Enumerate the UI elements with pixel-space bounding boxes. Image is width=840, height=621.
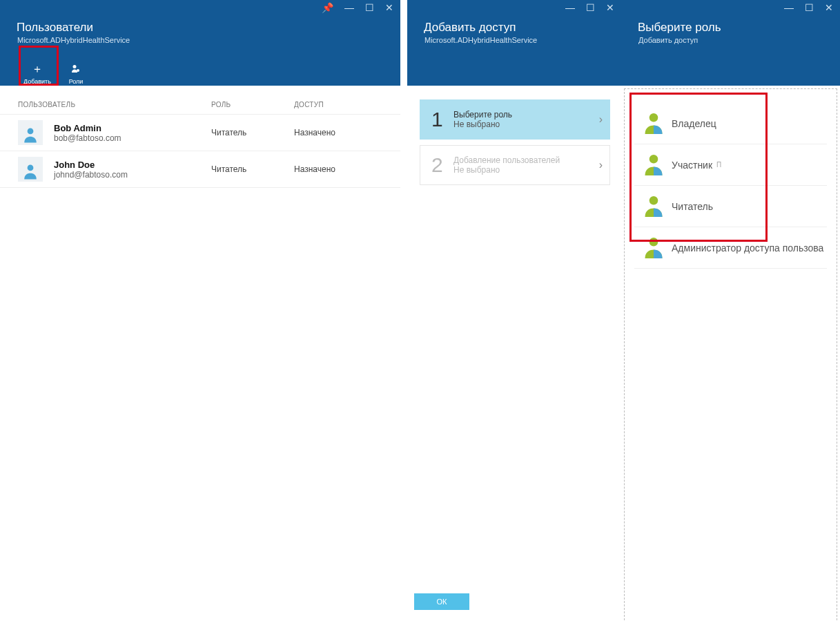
blade-add-access: — ☐ ✕ Добавить доступ Microsoft.ADHybrid…: [407, 0, 621, 621]
role-item-user-access-admin[interactable]: Администратор доступа пользова: [634, 227, 827, 269]
window-controls: 📌 — ☐ ✕: [322, 3, 393, 12]
ok-button[interactable]: ОК: [414, 593, 469, 610]
user-access: Назначено: [294, 164, 377, 174]
add-button-label: Добавить: [23, 78, 51, 85]
blade-add-access-body: 1 Выберите роль Не выбрано › 2 Добавлени…: [407, 86, 621, 586]
step-sub: Не выбрано: [453, 120, 599, 129]
blade-add-access-subtitle: Microsoft.ADHybridHealthService: [407, 36, 621, 54]
step-title: Выберите роль: [453, 110, 599, 120]
role-list: Владелец Участник П Читатель Администрат…: [625, 103, 837, 269]
blade-users: 📌 — ☐ ✕ Пользователи Microsoft.ADHybridH…: [0, 0, 400, 621]
chevron-right-icon: ›: [599, 159, 603, 171]
step-text: Выберите роль Не выбрано: [453, 110, 599, 129]
user-email: johnd@fabtoso.com: [54, 170, 211, 180]
table-header: ПОЛЬЗОВАТЕЛЬ РОЛЬ ДОСТУП: [0, 86, 400, 114]
roles-icon: [70, 63, 81, 75]
step-number: 1: [431, 108, 453, 131]
blade-select-role-body: Владелец Участник П Читатель Администрат…: [621, 86, 840, 621]
col-user: ПОЛЬЗОВАТЕЛЬ: [18, 101, 211, 108]
svg-point-3: [77, 69, 79, 72]
maximize-icon[interactable]: ☐: [805, 3, 814, 12]
window-controls: — ☐ ✕: [565, 3, 614, 12]
window-controls: — ☐ ✕: [784, 3, 833, 12]
step-text: Добавление пользователей Не выбрано: [453, 155, 599, 175]
user-email: bob@fabtoso.com: [54, 133, 211, 143]
blade-users-body: ПОЛЬЗОВАТЕЛЬ РОЛЬ ДОСТУП Bob Admin bob@f…: [0, 86, 400, 621]
close-icon[interactable]: ✕: [606, 3, 614, 12]
user-name: John Doe: [54, 160, 211, 170]
step-select-role[interactable]: 1 Выберите роль Не выбрано ›: [420, 99, 610, 140]
plus-icon: ＋: [32, 63, 43, 75]
blade-select-role-header: — ☐ ✕ Выберите роль Добавить доступ: [621, 0, 840, 86]
user-info: John Doe johnd@fabtoso.com: [54, 160, 211, 180]
svg-point-2: [73, 65, 77, 68]
minimize-icon[interactable]: —: [344, 3, 354, 12]
table-row[interactable]: John Doe johnd@fabtoso.com Читатель Назн…: [0, 151, 400, 188]
close-icon[interactable]: ✕: [825, 3, 833, 12]
role-label: Участник: [672, 160, 712, 171]
maximize-icon[interactable]: ☐: [586, 3, 595, 12]
role-label: Администратор доступа пользова: [672, 242, 823, 254]
user-name: Bob Admin: [54, 123, 211, 133]
chevron-right-icon: ›: [599, 113, 603, 126]
minimize-icon[interactable]: —: [784, 3, 794, 12]
role-icon: [640, 196, 667, 300]
user-access: Назначено: [294, 128, 377, 137]
blade-add-access-header: — ☐ ✕ Добавить доступ Microsoft.ADHybrid…: [407, 0, 621, 86]
pin-icon[interactable]: 📌: [322, 3, 333, 12]
role-label: Владелец: [672, 118, 716, 129]
user-role: Читатель: [211, 128, 294, 137]
step-title: Добавление пользователей: [453, 155, 599, 165]
table-row[interactable]: Bob Admin bob@fabtoso.com Читатель Назна…: [0, 114, 400, 151]
blade-select-role: — ☐ ✕ Выберите роль Добавить доступ Влад…: [621, 0, 840, 621]
col-access: ДОСТУП: [294, 101, 377, 108]
step-add-users[interactable]: 2 Добавление пользователей Не выбрано ›: [420, 145, 610, 185]
role-label: Читатель: [672, 201, 713, 212]
blade-select-role-subtitle: Добавить доступ: [621, 36, 840, 54]
close-icon[interactable]: ✕: [385, 3, 393, 12]
step-number: 2: [431, 153, 453, 177]
maximize-icon[interactable]: ☐: [365, 3, 374, 12]
col-role: РОЛЬ: [211, 101, 294, 108]
step-sub: Не выбрано: [453, 165, 599, 175]
avatar: [18, 157, 43, 182]
roles-button-label: Роли: [69, 78, 84, 85]
blade-users-subtitle: Microsoft.ADHybridHealthService: [0, 36, 400, 54]
user-role: Читатель: [211, 164, 294, 174]
minimize-icon[interactable]: —: [565, 3, 575, 12]
preview-badge: П: [716, 161, 721, 169]
step-list: 1 Выберите роль Не выбрано › 2 Добавлени…: [407, 86, 621, 185]
blade-add-access-footer: ОК: [407, 586, 621, 621]
avatar: [18, 120, 43, 145]
role-list-container: Владелец Участник П Читатель Администрат…: [624, 88, 837, 621]
blade-users-header: 📌 — ☐ ✕ Пользователи Microsoft.ADHybridH…: [0, 0, 400, 86]
user-info: Bob Admin bob@fabtoso.com: [54, 123, 211, 143]
